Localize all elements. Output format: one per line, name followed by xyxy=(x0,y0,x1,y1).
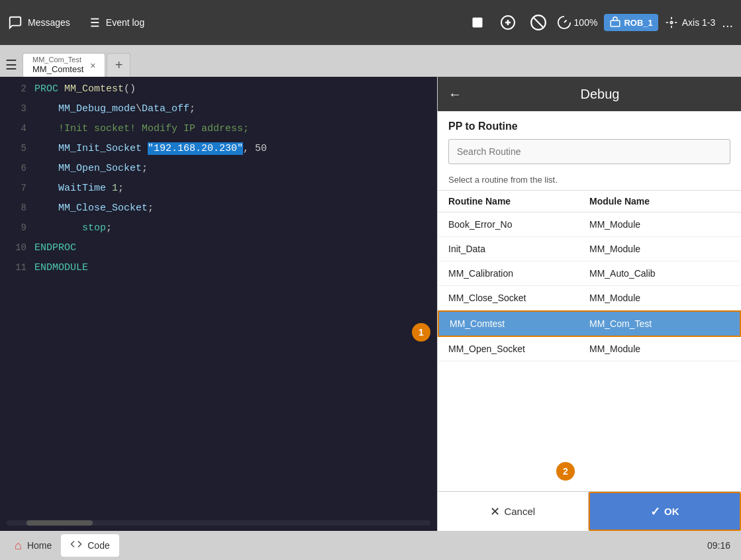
top-bar-left: Messages Event log xyxy=(8,15,452,30)
eventlog-label: Event log xyxy=(106,17,144,28)
table-row[interactable]: Init_Data MM_Module xyxy=(438,237,741,261)
routine-name: MM_Calibration xyxy=(448,268,589,279)
rob-label: ROB_1 xyxy=(624,18,652,28)
tab-close-btn[interactable]: × xyxy=(90,61,95,70)
svg-point-10 xyxy=(670,21,672,23)
module-name: MM_Module xyxy=(589,344,730,354)
table-header: Routine Name Module Name xyxy=(438,191,741,212)
code-line-5: 5 MM_Init_Socket "192.168.20.230", 50 xyxy=(0,143,437,163)
home-label: Home xyxy=(27,540,52,551)
axis-label: Axis 1-3 xyxy=(682,17,716,28)
main-area: 2 PROC MM_Comtest() 3 MM_Debug_mode\Data… xyxy=(0,77,741,531)
stop-btn[interactable] xyxy=(466,11,489,34)
svg-line-8 xyxy=(533,17,543,27)
jog-btn[interactable] xyxy=(496,11,520,34)
messages-label: Messages xyxy=(28,17,70,28)
top-bar: Messages Event log xyxy=(0,0,741,45)
ok-btn[interactable]: ✓ OK xyxy=(589,492,742,531)
debug-title: Debug xyxy=(469,87,730,102)
search-routine-input[interactable] xyxy=(448,139,730,164)
module-name: MM_Module xyxy=(589,219,730,230)
col-module-name: Module Name xyxy=(589,196,730,207)
routine-name: Init_Data xyxy=(448,244,589,254)
debug-header: ← Debug xyxy=(438,77,741,111)
code-content: 2 PROC MM_Comtest() 3 MM_Debug_mode\Data… xyxy=(0,77,437,289)
code-line-4: 4 !Init socket! Modify IP address; xyxy=(0,123,437,143)
code-line-3: 3 MM_Debug_mode\Data_off; xyxy=(0,103,437,123)
bottom-time: 09:16 xyxy=(707,540,736,551)
tab-bar: ☰ MM_Com_Test MM_Comtest × + xyxy=(0,45,741,77)
messages-btn[interactable]: Messages xyxy=(8,15,70,30)
module-name: MM_Module xyxy=(589,293,730,303)
table-row[interactable]: MM_Close_Socket MM_Module xyxy=(438,286,741,310)
estop-btn[interactable] xyxy=(526,11,550,34)
code-line-10: 10 ENDPROC xyxy=(0,242,437,262)
code-line-2: 2 PROC MM_Comtest() xyxy=(0,83,437,103)
module-name: MM_Module xyxy=(589,244,730,254)
code-line-9: 9 stop; xyxy=(0,222,437,242)
axis-badge[interactable]: Axis 1-3 xyxy=(665,16,716,29)
table-row[interactable]: Book_Error_No MM_Module xyxy=(438,212,741,237)
step2-badge: 2 xyxy=(556,462,575,481)
table-row[interactable]: MM_Open_Socket MM_Module xyxy=(438,337,741,361)
code-line-6: 6 MM_Open_Socket; xyxy=(0,163,437,183)
code-line-7: 7 WaitTime 1; xyxy=(0,183,437,203)
more-btn[interactable]: ... xyxy=(722,15,733,30)
eventlog-icon xyxy=(86,15,101,30)
tab-add-btn[interactable]: + xyxy=(107,53,130,77)
routine-name: Book_Error_No xyxy=(448,219,589,230)
cancel-label: Cancel xyxy=(504,506,535,517)
module-name: MM_Com_Test xyxy=(589,318,729,329)
hamburger-menu[interactable]: ☰ xyxy=(5,57,17,73)
bottom-nav: ⌂ Home Code 09:16 xyxy=(0,531,741,560)
code-line-8: 8 MM_Close_Socket; xyxy=(0,203,437,222)
tab-mm-comtest[interactable]: MM_Com_Test MM_Comtest × xyxy=(23,53,105,77)
home-icon: ⌂ xyxy=(15,539,22,553)
debug-back-btn[interactable]: ← xyxy=(448,87,462,102)
code-scrollbar-thumb xyxy=(26,520,93,526)
eventlog-btn[interactable]: Event log xyxy=(86,15,144,30)
tab-line2: MM_Comtest xyxy=(32,64,83,75)
pp-section: PP to Routine xyxy=(438,111,741,169)
pp-to-routine-title: PP to Routine xyxy=(448,120,730,132)
step1-badge: 1 xyxy=(412,323,430,342)
routine-name: MM_Close_Socket xyxy=(448,293,589,303)
top-bar-right: 100% ROB_1 Axis 1-3 ... xyxy=(466,11,733,34)
svg-rect-6 xyxy=(472,18,482,28)
rob-badge[interactable]: ROB_1 xyxy=(604,14,658,31)
debug-footer: ✕ Cancel ✓ OK xyxy=(438,491,741,531)
speed-indicator: 100% xyxy=(557,15,598,30)
code-icon xyxy=(70,538,82,553)
messages-icon xyxy=(8,15,23,30)
speed-value: 100% xyxy=(574,17,598,28)
code-label: Code xyxy=(87,540,109,551)
routine-name: MM_Comtest xyxy=(450,318,589,329)
tab-line1: MM_Com_Test xyxy=(32,56,83,64)
routine-name: MM_Open_Socket xyxy=(448,344,589,354)
module-name: MM_Auto_Calib xyxy=(589,268,730,279)
table-row-selected[interactable]: MM_Comtest MM_Com_Test xyxy=(438,310,741,337)
ok-label: OK xyxy=(664,506,679,517)
code-scrollbar[interactable] xyxy=(7,520,430,526)
code-nav-item[interactable]: Code xyxy=(61,534,119,557)
debug-panel: ← Debug PP to Routine Select a routine f… xyxy=(437,77,741,531)
home-nav-item[interactable]: ⌂ Home xyxy=(5,535,61,557)
svg-rect-9 xyxy=(611,21,620,26)
routine-table: Book_Error_No MM_Module Init_Data MM_Mod… xyxy=(438,212,741,491)
table-row[interactable]: MM_Calibration MM_Auto_Calib xyxy=(438,261,741,286)
col-routine-name: Routine Name xyxy=(448,196,589,207)
select-hint: Select a routine from the list. xyxy=(438,169,741,191)
code-line-11: 11 ENDMODULE xyxy=(0,262,437,282)
code-panel: 2 PROC MM_Comtest() 3 MM_Debug_mode\Data… xyxy=(0,77,437,531)
cancel-btn[interactable]: ✕ Cancel xyxy=(438,492,589,531)
